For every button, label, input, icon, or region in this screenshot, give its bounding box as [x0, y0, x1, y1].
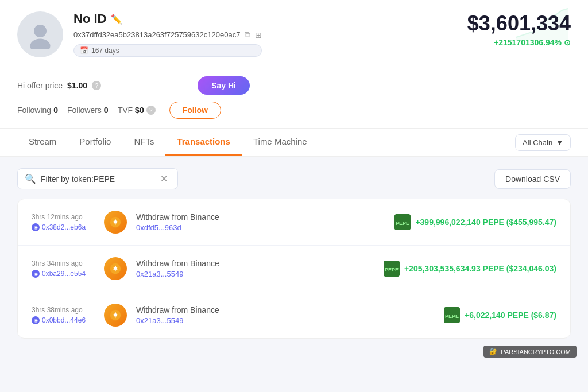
days-badge: 📅 167 days — [74, 44, 262, 57]
nav-tabs: Stream Portfolio NFTs Transactions Time … — [0, 129, 588, 157]
filter-input-wrapper[interactable]: 🔍 ✕ — [17, 168, 178, 189]
profile-header: No ID ✏️ 0x37dffd32ea5b23813a263f7257596… — [0, 0, 588, 67]
tx-time: 3hrs 34mins ago — [32, 259, 95, 267]
followers-stat: Followers 0 — [67, 106, 109, 115]
following-label: Following — [17, 106, 51, 115]
tx-time: 3hrs 38mins ago — [32, 306, 95, 314]
svg-text:PEPE: PEPE — [445, 313, 459, 319]
token-icon: PEPE — [444, 307, 460, 323]
chain-filter-label: All Chain — [523, 138, 552, 147]
tvf-info-icon[interactable]: ? — [146, 106, 156, 115]
profile-left: No ID ✏️ 0x37dffd32ea5b23813a263f7257596… — [17, 11, 262, 57]
clear-filter-icon[interactable]: ✕ — [160, 173, 168, 184]
following-stat: Following 0 — [17, 106, 58, 115]
tx-amount-col: PEPE +205,303,535,634.93 PEPE ($234,046.… — [384, 261, 556, 277]
tab-time-machine[interactable]: Time Machine — [242, 129, 319, 156]
tx-from-address: ◉ 0x0bbd...44e6 — [32, 316, 95, 324]
edit-icon[interactable]: ✏️ — [111, 14, 122, 25]
address-row: 0x37dffd32ea5b23813a263f725759632c120e0a… — [74, 30, 262, 40]
tx-address-text: 0x38d2...eb6a — [42, 223, 86, 231]
filter-bar: 🔍 ✕ Download CSV — [17, 168, 571, 189]
watermark-icon: 🔐 — [489, 348, 497, 355]
tx-time-col: 3hrs 34mins ago ◉ 0xba29...e554 — [32, 259, 95, 278]
tx-amount-col: PEPE +6,022,140 PEPE ($6.87) — [444, 307, 556, 323]
filter-input[interactable] — [41, 174, 156, 184]
svg-text:PEPE: PEPE — [396, 220, 409, 226]
tx-type: Withdraw from Binance — [136, 305, 435, 315]
balance-amount: $3,601,334 — [467, 11, 571, 36]
tab-nfts[interactable]: NFTs — [122, 129, 165, 156]
svg-point-1 — [30, 39, 51, 49]
avatar — [17, 11, 63, 57]
hi-offer-info-icon[interactable]: ? — [92, 81, 101, 90]
tx-from-address: ◉ 0xba29...e554 — [32, 270, 95, 278]
profile-info: No ID ✏️ 0x37dffd32ea5b23813a263f7257596… — [74, 11, 262, 57]
tvf-stat: TVF $0 ? — [118, 106, 156, 115]
follow-button[interactable]: Follow — [169, 102, 221, 119]
hi-offer-label: Hi offer price — [17, 81, 63, 90]
tx-type: Withdraw from Binance — [136, 259, 374, 268]
svg-text:PEPE: PEPE — [385, 267, 399, 273]
tab-stream[interactable]: Stream — [17, 129, 68, 156]
tx-hash[interactable]: 0x21a3...5549 — [136, 270, 374, 278]
profile-name: No ID — [74, 11, 106, 26]
token-icon: PEPE — [394, 214, 411, 230]
chain-dot-icon: ◉ — [32, 270, 40, 278]
chain-dot-icon: ◉ — [32, 316, 40, 324]
tx-detail-col: Withdraw from Binance 0x21a3...5549 — [136, 259, 374, 278]
watermark-text: PARSIANCRYPTO.COM — [501, 348, 571, 355]
chain-filter-dropdown[interactable]: All Chain ▼ — [515, 134, 571, 151]
tx-address-text: 0xba29...e554 — [42, 270, 86, 278]
tx-time: 3hrs 12mins ago — [32, 213, 95, 221]
followers-label: Followers — [67, 106, 102, 115]
tx-address-text: 0x0bbd...44e6 — [42, 316, 86, 324]
tx-detail-col: Withdraw from Binance 0xdfd5...963d — [136, 212, 385, 232]
tx-time-col: 3hrs 38mins ago ◉ 0x0bbd...44e6 — [32, 306, 95, 324]
tab-transactions[interactable]: Transactions — [165, 129, 242, 156]
watermark: 🔐 PARSIANCRYPTO.COM — [483, 346, 577, 358]
search-icon: 🔍 — [25, 173, 36, 184]
tx-hash[interactable]: 0x21a3...5549 — [136, 316, 435, 325]
tvf-label: TVF — [118, 106, 133, 115]
tx-exchange-icon — [104, 211, 127, 234]
token-icon: PEPE — [384, 261, 400, 277]
calendar-icon: 📅 — [80, 46, 88, 55]
tvf-value: $0 — [135, 106, 144, 115]
days-text: 167 days — [91, 46, 119, 55]
following-count: 0 — [53, 106, 58, 115]
hi-offer-row: Hi offer price $1.00 ? Say Hi — [17, 76, 571, 95]
followers-count: 0 — [104, 106, 109, 115]
tab-portfolio[interactable]: Portfolio — [68, 129, 122, 156]
svg-point-0 — [34, 25, 47, 37]
tx-amount: +399,996,022,140 PEPE ($455,995.47) — [415, 218, 556, 227]
tx-amount: +6,022,140 PEPE ($6.87) — [465, 311, 556, 320]
tx-exchange-icon — [104, 257, 127, 280]
table-row: 3hrs 38mins ago ◉ 0x0bbd...44e6 Withdraw… — [18, 292, 570, 338]
transactions-list: 3hrs 12mins ago ◉ 0x38d2...eb6a Withdraw… — [17, 199, 571, 339]
tx-hash[interactable]: 0xdfd5...963d — [136, 223, 385, 232]
tx-exchange-icon — [104, 304, 127, 327]
tx-amount-col: PEPE +399,996,022,140 PEPE ($455,995.47) — [394, 214, 556, 230]
tx-type: Withdraw from Binance — [136, 212, 385, 222]
tx-from-address: ◉ 0x38d2...eb6a — [32, 223, 95, 231]
copy-icon[interactable]: ⧉ — [245, 30, 250, 40]
tx-detail-col: Withdraw from Binance 0x21a3...5549 — [136, 305, 435, 325]
qr-icon[interactable]: ⊞ — [255, 30, 262, 40]
chain-dot-icon: ◉ — [32, 223, 40, 231]
profile-right: $3,601,334 +2151701306.94% ⊙ — [467, 11, 571, 47]
table-row: 3hrs 12mins ago ◉ 0x38d2...eb6a Withdraw… — [18, 199, 570, 246]
say-hi-button[interactable]: Say Hi — [198, 76, 250, 95]
table-row: 3hrs 34mins ago ◉ 0xba29...e554 Withdraw… — [18, 246, 570, 292]
wallet-address: 0x37dffd32ea5b23813a263f725759632c120e0a… — [74, 30, 240, 39]
main-content: 🔍 ✕ Download CSV 3hrs 12mins ago ◉ 0x38d… — [0, 157, 588, 350]
following-row: Following 0 Followers 0 TVF $0 ? Follow — [17, 102, 571, 119]
actions-section: Hi offer price $1.00 ? Say Hi Following … — [0, 67, 588, 129]
profile-name-row: No ID ✏️ — [74, 11, 262, 26]
tx-amount: +205,303,535,634.93 PEPE ($234,046.03) — [404, 264, 556, 273]
download-csv-button[interactable]: Download CSV — [494, 169, 571, 189]
chevron-down-icon: ▼ — [556, 138, 563, 147]
tx-time-col: 3hrs 12mins ago ◉ 0x38d2...eb6a — [32, 213, 95, 231]
hi-offer-value: $1.00 — [67, 81, 87, 90]
